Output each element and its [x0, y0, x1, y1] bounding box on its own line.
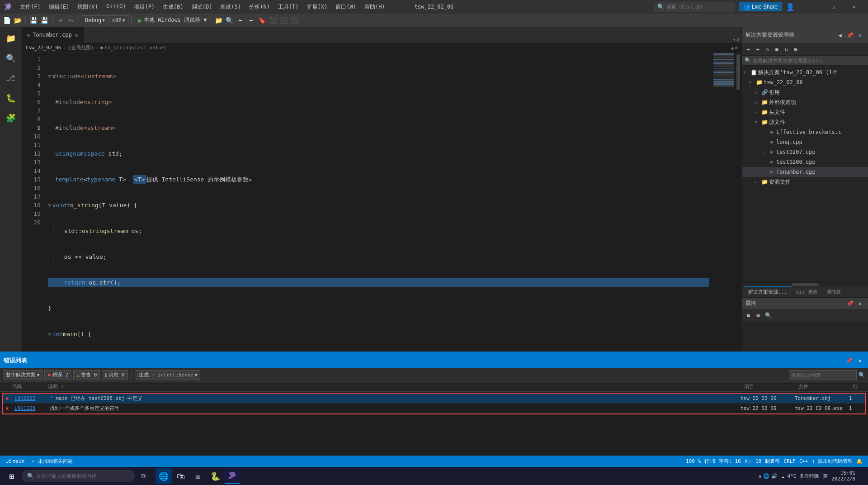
status-encoding[interactable]: 制表符 [763, 458, 782, 465]
tab-tonumber-cpp[interactable]: ⊕ Tonumber.cpp ✕ [22, 27, 84, 43]
solution-scrollbar[interactable] [742, 282, 868, 286]
error-code-2[interactable]: LNK1169 [12, 405, 48, 411]
maximize-button[interactable]: □ [823, 0, 844, 14]
extensions-icon[interactable]: 🧩 [2, 109, 20, 127]
explorer-icon[interactable]: 📁 [2, 29, 20, 47]
menu-debug[interactable]: 调试(D) [188, 2, 216, 12]
debug-config-dropdown[interactable]: Debug ▼ [82, 15, 108, 25]
network-icon[interactable]: 🌐 [763, 473, 769, 479]
breadcrumb-file[interactable]: tsw_22_02_06 [25, 45, 61, 51]
menu-analyze[interactable]: 分析(N) [245, 2, 274, 12]
step-out-button[interactable]: ⬛ [290, 15, 300, 25]
external-deps-item[interactable]: ▷ 📁 外部依赖项 [742, 97, 868, 107]
breadcrumb-scope[interactable]: (全局范围) [68, 44, 94, 51]
file-tonumber-item[interactable]: ⊕ Tonumber.cpp [742, 167, 868, 177]
find-button[interactable]: 🔍 [225, 15, 235, 25]
start-button[interactable]: ⊞ [4, 468, 20, 484]
volume-icon[interactable]: 🔊 [771, 473, 778, 479]
error-search-input[interactable] [789, 370, 857, 380]
status-no-issues[interactable]: ✓ 未找到相关问题 [30, 458, 75, 465]
messages-filter-btn[interactable]: ℹ 消息 0 [102, 370, 127, 380]
status-col[interactable]: 列: 19 [743, 458, 764, 465]
status-lang[interactable]: C++ [797, 458, 810, 465]
menu-test[interactable]: 测试(S) [217, 2, 245, 12]
col-file[interactable]: 文件 [796, 383, 850, 390]
error-code-1[interactable]: LNK2005 [12, 395, 48, 401]
resource-files-item[interactable]: ▷ 📁 资源文件 [742, 177, 868, 187]
code-editor[interactable]: 1 2 3 4 5 6 7 8 9 10 11 12 13 14 15 16 1… [22, 53, 741, 352]
status-crlf[interactable]: CRLF [782, 458, 797, 465]
taskbar-edge-app[interactable]: 🌐 [156, 468, 172, 484]
status-notification[interactable]: 🔔 [854, 458, 864, 465]
file-effective-item[interactable]: ⊕ Effective_brackets.c [742, 127, 868, 137]
errors-filter-btn[interactable]: ✖ 错误 2 [44, 370, 71, 380]
tab-close-button[interactable]: ✕ [75, 31, 78, 38]
forward-button[interactable]: ➡ [246, 15, 256, 25]
new-file-button[interactable]: 📄 [2, 15, 12, 25]
project-item[interactable]: ▽ 📁 tsw_22_02_06 [742, 77, 868, 87]
collapse-icon[interactable]: ◀ [835, 31, 844, 40]
step-in-button[interactable]: ⬛ [279, 15, 289, 25]
status-zoom[interactable]: 100 % [684, 458, 703, 465]
el-pin-icon[interactable]: 📌 [844, 356, 854, 365]
close-button[interactable]: ✕ [844, 0, 864, 14]
menu-build[interactable]: 生成(B) [159, 2, 187, 12]
taskbar-store-app[interactable]: 🛍 [173, 468, 189, 484]
class-view-tab[interactable]: 类视图 [822, 286, 846, 298]
props-categorize-icon[interactable]: ⊞ [754, 311, 763, 320]
build-filter-dropdown[interactable]: 生成 + IntelliSense ▼ [136, 370, 201, 380]
menu-edit[interactable]: 编辑(E) [45, 2, 73, 12]
sol-expand-icon[interactable]: ⊞ [791, 45, 800, 54]
step-over-button[interactable]: ⬛ [268, 15, 278, 25]
editor-scrollbar[interactable] [735, 53, 741, 352]
error-search-icon[interactable]: 🔍 [859, 372, 865, 378]
source-files-item[interactable]: ▽ 📁 源文件 [742, 117, 868, 127]
header-files-item[interactable]: ▷ 📁 头文件 [742, 107, 868, 117]
solution-root-item[interactable]: ▽ 📋 解决方案'tsw_22_02_06'(1个 [742, 67, 868, 77]
live-share-button[interactable]: 👥 Live Share [739, 2, 782, 11]
taskbar-pycharm-app[interactable]: 🐍 [207, 468, 223, 484]
save-button[interactable]: 💾 [28, 15, 38, 25]
props-close-icon[interactable]: ✕ [855, 299, 864, 308]
sol-home-icon[interactable]: ⌂ [763, 45, 772, 54]
tab-settings-icon[interactable]: ⚙ [736, 37, 740, 43]
status-char[interactable]: 字符: 16 [717, 458, 743, 465]
sol-back-icon[interactable]: ← [744, 45, 753, 54]
taskbar-search[interactable]: 🔍 [22, 470, 135, 482]
col-project[interactable]: 项目 [741, 383, 796, 390]
col-desc[interactable]: 说明 ↑ [45, 383, 741, 390]
redo-button[interactable]: ↪ [66, 15, 76, 25]
debug-activity-icon[interactable]: 🐛 [2, 89, 20, 107]
sol-refresh-icon[interactable]: ↻ [782, 45, 791, 54]
git-changes-tab[interactable]: Git 更改 [792, 286, 823, 298]
taskbar-search-input[interactable] [37, 473, 129, 479]
menu-window[interactable]: 窗口(W) [332, 2, 360, 12]
props-pin-icon[interactable]: 📌 [845, 299, 854, 308]
status-git[interactable]: ⎇ main [4, 458, 27, 464]
props-search-icon[interactable]: 🔍 [764, 311, 773, 320]
scrollbar-thumb[interactable] [736, 54, 740, 90]
breadcrumb-up-icon[interactable]: ▲ [731, 45, 734, 51]
git-icon[interactable]: ⎇ [2, 69, 20, 87]
file-test0208-item[interactable]: ⊕ test0208.cpp [742, 157, 868, 167]
menu-help[interactable]: 帮助(H) [361, 2, 389, 12]
solution-explorer-button[interactable]: 📁 [214, 15, 224, 25]
error-row-2[interactable]: ✖ LNK1169 找到一个或多个多重定义的符号 tsw_22_02_06 ts… [3, 404, 865, 414]
menu-view[interactable]: 视图(V) [74, 2, 102, 12]
solution-tab[interactable]: 解决方案资源... [744, 286, 792, 298]
tab-expand-icon[interactable]: ▾ [733, 37, 736, 43]
system-indicators[interactable]: 英 [823, 473, 828, 480]
panel-close-icon[interactable]: ✕ [855, 31, 864, 40]
back-button[interactable]: ⬅ [236, 15, 245, 25]
warnings-filter-btn[interactable]: ⚠ 警告 0 [73, 370, 100, 380]
tray-expand-icon[interactable]: ∧ [759, 473, 762, 479]
undo-button[interactable]: ↩ [55, 15, 65, 25]
file-long-item[interactable]: ⊕ long.cpp [742, 137, 868, 147]
file-test0207-item[interactable]: ▷ ⊕ test0207.cpp [742, 147, 868, 157]
sol-filter-icon[interactable]: ≡ [772, 45, 781, 54]
minimize-button[interactable]: ─ [802, 0, 823, 14]
status-add-source[interactable]: ↑ 添加到代码管理 [810, 458, 854, 465]
menu-extensions[interactable]: 扩展(X) [303, 2, 331, 12]
breadcrumb-function[interactable]: ⊕ to_string<T>(T value) [100, 45, 167, 51]
taskbar-weather[interactable]: ☁ 4°C 多云時隆 [781, 473, 819, 480]
